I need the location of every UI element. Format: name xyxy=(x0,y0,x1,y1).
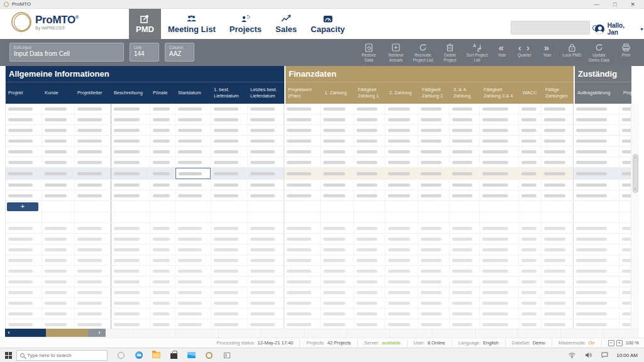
add-project-button[interactable]: + xyxy=(7,202,38,211)
cell-f-lligkeit-zahlung-3-4[interactable] xyxy=(480,136,519,146)
cell-f-lligkeit-zahlung-3-4[interactable] xyxy=(480,168,519,179)
column-header-f-lligkeit-zahlung-1[interactable]: Fälligkeit Zahlung 1 xyxy=(355,82,387,104)
cell-beschreibung[interactable] xyxy=(111,157,150,167)
cell-1-zahlung[interactable] xyxy=(321,201,354,212)
cell-3-4-zahlung[interactable] xyxy=(450,190,480,200)
cell-f-lligkeit-zahlung-1[interactable] xyxy=(354,287,386,297)
cell-wacc[interactable] xyxy=(519,180,541,190)
cell-wacc[interactable] xyxy=(519,298,541,308)
cell-letztes-best-lieferdatum[interactable] xyxy=(248,212,284,222)
cell-wacc[interactable] xyxy=(519,190,541,200)
cell-f-lligkeit-zahlung-2[interactable] xyxy=(418,114,450,124)
cell-f-lligkeit-zahlung-3-4[interactable] xyxy=(480,104,519,114)
h-scroll-segment-0[interactable]: ‹ xyxy=(5,329,46,337)
cell-projekt[interactable] xyxy=(6,234,42,244)
cell-1-best-lieferdatum[interactable] xyxy=(211,234,248,244)
cell-startdatum[interactable] xyxy=(175,104,211,114)
notification-icon[interactable] xyxy=(600,351,609,360)
search-input[interactable] xyxy=(511,25,592,31)
cell-p-nale[interactable] xyxy=(150,168,175,179)
cell-kunde[interactable] xyxy=(42,212,75,222)
cell-auftragskl-rung[interactable] xyxy=(574,319,619,329)
column-header-letztes-best-lieferdatum[interactable]: Letztes best. Lieferdatum xyxy=(248,82,284,104)
cell-projektwert-plan[interactable] xyxy=(284,168,321,179)
cell-p-nale[interactable] xyxy=(150,277,175,287)
cell-projektleiter[interactable] xyxy=(75,168,111,179)
cell-1-best-lieferdatum[interactable] xyxy=(211,287,248,297)
cell-wacc[interactable] xyxy=(519,201,541,212)
tab-projects[interactable]: Projects xyxy=(223,9,269,39)
horizontal-scrollbar[interactable]: ‹› xyxy=(5,329,106,337)
cell-f-lligkeit-zahlung-1[interactable] xyxy=(354,146,386,156)
cell-f-llige-zahlungen[interactable] xyxy=(541,157,574,167)
cell-f-lligkeit-zahlung-3-4[interactable] xyxy=(480,157,519,167)
cell-kunde[interactable] xyxy=(42,223,75,233)
cell-auftragskl-rung[interactable] xyxy=(574,212,619,222)
cell-projekts[interactable] xyxy=(619,125,631,135)
h-scroll-segment-2[interactable]: › xyxy=(88,329,106,337)
cell-auftragskl-rung[interactable] xyxy=(574,234,619,244)
year-button[interactable]: «Year xyxy=(492,41,511,58)
cell-projekts[interactable] xyxy=(619,277,631,287)
cell-f-llige-zahlungen[interactable] xyxy=(541,136,574,146)
cell-letztes-best-lieferdatum[interactable] xyxy=(248,146,284,156)
cell-beschreibung[interactable] xyxy=(111,212,150,222)
cell-f-lligkeit-zahlung-2[interactable] xyxy=(418,244,450,255)
cell-wacc[interactable] xyxy=(519,104,541,114)
file-explorer-icon[interactable] xyxy=(152,351,161,360)
cell-projekt[interactable] xyxy=(6,298,42,308)
column-header-projekt[interactable]: Projekt xyxy=(6,82,42,104)
update-demo-data-button[interactable]: Update Demo Data xyxy=(587,41,611,63)
column-field[interactable]: ColumnAAZ xyxy=(165,43,194,62)
cell-f-llige-zahlungen[interactable] xyxy=(541,223,574,233)
cell-p-nale[interactable] xyxy=(150,114,175,124)
print-button[interactable]: Print xyxy=(614,41,638,58)
cell-f-lligkeit-zahlung-1[interactable] xyxy=(354,234,386,244)
cell-wacc[interactable] xyxy=(519,319,541,329)
cell-f-lligkeit-zahlung-1[interactable] xyxy=(354,157,386,167)
cell-3-4-zahlung[interactable] xyxy=(450,157,480,167)
cell-wacc[interactable] xyxy=(519,157,541,167)
cell-2-zahlung[interactable] xyxy=(386,180,418,190)
cell-projektleiter[interactable] xyxy=(75,136,111,146)
cell-startdatum[interactable] xyxy=(175,298,211,308)
cell-projektleiter[interactable] xyxy=(75,309,111,319)
cell-letztes-best-lieferdatum[interactable] xyxy=(248,201,284,212)
cell-letztes-best-lieferdatum[interactable] xyxy=(248,234,284,244)
restore-data-button[interactable]: Restore Data xyxy=(357,41,380,63)
cell-p-nale[interactable] xyxy=(150,136,175,146)
cell-letztes-best-lieferdatum[interactable] xyxy=(248,287,284,297)
cell-1-zahlung[interactable] xyxy=(321,114,354,124)
cell-auftragskl-rung[interactable] xyxy=(574,244,619,255)
cell-p-nale[interactable] xyxy=(150,319,175,329)
cell-projektleiter[interactable] xyxy=(75,244,111,255)
cell-p-nale[interactable] xyxy=(150,298,175,308)
cell-2-zahlung[interactable] xyxy=(386,201,418,212)
cell-startdatum[interactable] xyxy=(175,114,211,124)
cell-kunde[interactable] xyxy=(42,136,75,146)
cell-f-lligkeit-zahlung-2[interactable] xyxy=(418,146,450,156)
cell-1-best-lieferdatum[interactable] xyxy=(211,168,248,179)
cell-wacc[interactable] xyxy=(519,146,541,156)
cell-projekt[interactable] xyxy=(6,212,42,222)
cell-1-best-lieferdatum[interactable] xyxy=(211,298,248,308)
cell-wacc[interactable] xyxy=(519,212,541,222)
cell-wacc[interactable] xyxy=(519,309,541,319)
maximize-button[interactable]: □ xyxy=(613,0,616,9)
cell-1-zahlung[interactable] xyxy=(321,168,354,179)
cell-1-zahlung[interactable] xyxy=(321,146,354,156)
cell-auftragskl-rung[interactable] xyxy=(574,287,619,297)
cell-1-zahlung[interactable] xyxy=(321,319,354,329)
cell-2-zahlung[interactable] xyxy=(386,104,418,114)
cell-f-lligkeit-zahlung-3-4[interactable] xyxy=(480,319,519,329)
column-header-kunde[interactable]: Kunde xyxy=(42,82,75,104)
cell-1-best-lieferdatum[interactable] xyxy=(211,319,248,329)
cell-projekts[interactable] xyxy=(619,114,631,124)
cell-beschreibung[interactable] xyxy=(111,125,150,135)
cell-1-best-lieferdatum[interactable] xyxy=(211,190,248,200)
cell-f-llige-zahlungen[interactable] xyxy=(541,125,574,135)
cell-kunde[interactable] xyxy=(42,157,75,167)
tab-sales[interactable]: Sales xyxy=(269,9,304,39)
cell-2-zahlung[interactable] xyxy=(386,298,418,308)
cell-kunde[interactable] xyxy=(42,319,75,329)
